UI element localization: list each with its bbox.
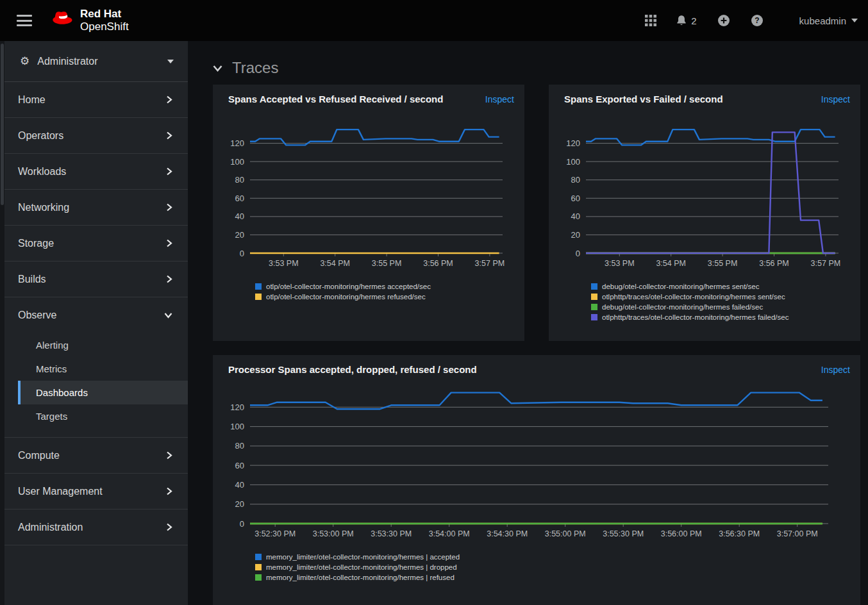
- chevron-right-icon: [166, 239, 172, 247]
- observe-section: Observe Alerting Metrics Dashboards Targ…: [0, 297, 188, 438]
- legend-swatch: [255, 564, 262, 570]
- notification-count-badge: 2: [691, 15, 696, 26]
- sidebar-item-workloads[interactable]: Workloads: [0, 154, 188, 190]
- traces-section-header[interactable]: Traces: [213, 58, 860, 78]
- svg-text:0: 0: [240, 519, 244, 529]
- panel-spans-exported-failed: Spans Exported vs Failed / second Inspec…: [549, 85, 860, 341]
- svg-text:80: 80: [235, 441, 244, 451]
- panel-grid: Spans Accepted vs Refused Received / sec…: [213, 85, 860, 605]
- brand-line2: OpenShift: [80, 21, 129, 33]
- legend-swatch: [255, 554, 262, 560]
- sidebar-item-compute[interactable]: Compute: [0, 438, 188, 474]
- chevron-right-icon: [166, 523, 172, 531]
- chart-legend: otlp/otel-collector-monitoring/hermes ac…: [255, 281, 524, 302]
- sidebar-item-label: Workloads: [18, 166, 66, 178]
- inspect-link[interactable]: Inspect: [485, 94, 514, 104]
- legend-item: memory_limiter/otel-collector-monitoring…: [255, 562, 860, 572]
- caret-down-icon: [167, 60, 174, 63]
- sidebar-item-targets[interactable]: Targets: [18, 404, 188, 428]
- legend-item: memory_limiter/otel-collector-monitoring…: [255, 572, 860, 583]
- sidebar-item-user-management[interactable]: User Management: [0, 474, 188, 510]
- sidebar-item-label: Observe: [18, 310, 56, 321]
- panel-title: Processor Spans accepted, dropped, refus…: [228, 364, 477, 375]
- sidebar-item-label: Operators: [18, 130, 63, 142]
- svg-text:3:57 PM: 3:57 PM: [811, 259, 841, 268]
- inspect-link[interactable]: Inspect: [821, 94, 850, 104]
- panel-title: Spans Accepted vs Refused Received / sec…: [228, 94, 443, 104]
- legend-item: debug/otel-collector-monitoring/hermes f…: [591, 302, 860, 312]
- user-dropdown[interactable]: kubeadmin: [799, 15, 858, 26]
- legend-swatch: [591, 283, 597, 290]
- sidebar-item-observe[interactable]: Observe: [0, 297, 188, 333]
- legend-item: otlphttp/traces/otel-collector-monitorin…: [591, 312, 860, 322]
- sidebar-item-networking[interactable]: Networking: [0, 190, 188, 226]
- perspective-switcher[interactable]: ⚙ Administrator: [0, 41, 188, 82]
- svg-text:3:56:00 PM: 3:56:00 PM: [661, 529, 702, 538]
- chart-legend: debug/otel-collector-monitoring/hermes s…: [591, 281, 860, 322]
- sidebar-item-dashboards[interactable]: Dashboards: [18, 381, 188, 404]
- openshift-logo[interactable]: Red Hat OpenShift: [47, 8, 129, 33]
- svg-text:0: 0: [576, 249, 580, 258]
- chart-canvas-processor-spans: 0204060801001203:52:30 PM3:53:00 PM3:53:…: [218, 381, 845, 543]
- chevron-right-icon: [166, 203, 172, 211]
- svg-text:120: 120: [566, 138, 580, 148]
- legend-item: otlp/otel-collector-monitoring/hermes ac…: [255, 281, 524, 292]
- svg-text:3:56:30 PM: 3:56:30 PM: [719, 529, 760, 538]
- brand-text: Red Hat OpenShift: [80, 8, 129, 33]
- inspect-link[interactable]: Inspect: [821, 365, 850, 375]
- svg-text:80: 80: [571, 175, 580, 185]
- svg-text:100: 100: [230, 157, 244, 167]
- sidebar-item-builds[interactable]: Builds: [0, 261, 188, 297]
- legend-item: memory_limiter/otel-collector-monitoring…: [255, 552, 860, 562]
- sidebar-item-storage[interactable]: Storage: [0, 226, 188, 261]
- svg-text:20: 20: [571, 230, 580, 240]
- cogs-icon: ⚙: [20, 54, 29, 68]
- nav-toggle-button[interactable]: [17, 15, 32, 26]
- svg-text:3:57:00 PM: 3:57:00 PM: [777, 529, 818, 538]
- chevron-right-icon: [166, 275, 172, 283]
- sidebar-item-label: Administration: [18, 522, 83, 533]
- notifications-button[interactable]: 2: [676, 15, 696, 26]
- sidebar-item-operators[interactable]: Operators: [0, 118, 188, 154]
- sidebar-item-administration[interactable]: Administration: [0, 510, 188, 545]
- svg-text:3:56 PM: 3:56 PM: [759, 259, 789, 268]
- panel-processor-spans: Processor Spans accepted, dropped, refus…: [213, 355, 860, 605]
- sidebar-item-metrics[interactable]: Metrics: [18, 357, 188, 381]
- svg-text:100: 100: [230, 422, 244, 431]
- chevron-right-icon: [166, 95, 172, 104]
- legend-swatch: [255, 283, 262, 290]
- sidebar-subitem-label: Alerting: [36, 340, 69, 351]
- svg-text:3:55 PM: 3:55 PM: [708, 259, 738, 268]
- svg-text:0: 0: [240, 249, 244, 258]
- legend-label: memory_limiter/otel-collector-monitoring…: [266, 574, 455, 581]
- redhat-fedora-icon: [47, 10, 74, 31]
- legend-label: memory_limiter/otel-collector-monitoring…: [266, 563, 457, 571]
- panel-spans-accepted-refused: Spans Accepted vs Refused Received / sec…: [213, 85, 524, 341]
- quick-create-button[interactable]: [717, 14, 730, 27]
- svg-text:3:55:00 PM: 3:55:00 PM: [545, 529, 586, 538]
- sidebar-scrollbar[interactable]: [0, 41, 4, 605]
- legend-swatch: [591, 294, 597, 300]
- sidebar-scrollbar-thumb[interactable]: [1, 44, 4, 205]
- legend-label: otlphttp/traces/otel-collector-monitorin…: [602, 293, 785, 301]
- sidebar-item-alerting[interactable]: Alerting: [18, 333, 188, 357]
- brand-line1: Red Hat: [80, 8, 129, 21]
- chevron-right-icon: [166, 131, 172, 140]
- legend-item: debug/otel-collector-monitoring/hermes s…: [591, 281, 860, 292]
- legend-label: otlphttp/traces/otel-collector-monitorin…: [602, 313, 789, 321]
- sidebar-item-label: Builds: [18, 274, 46, 285]
- panel-title: Spans Exported vs Failed / second: [564, 94, 723, 104]
- svg-text:40: 40: [235, 211, 244, 221]
- legend-swatch: [255, 574, 262, 581]
- sidebar-item-home[interactable]: Home: [0, 82, 188, 118]
- legend-label: memory_limiter/otel-collector-monitoring…: [266, 553, 460, 561]
- chevron-down-icon: [213, 65, 222, 72]
- svg-text:3:56 PM: 3:56 PM: [423, 259, 453, 268]
- observe-subnav: Alerting Metrics Dashboards Targets: [18, 333, 188, 437]
- help-button[interactable]: ?: [751, 14, 764, 27]
- legend-label: otlp/otel-collector-monitoring/hermes re…: [266, 293, 426, 301]
- app-launcher-icon[interactable]: [645, 15, 656, 26]
- sidebar-item-label: User Management: [18, 486, 103, 497]
- chevron-down-icon: [164, 312, 172, 319]
- svg-text:3:55 PM: 3:55 PM: [372, 259, 402, 268]
